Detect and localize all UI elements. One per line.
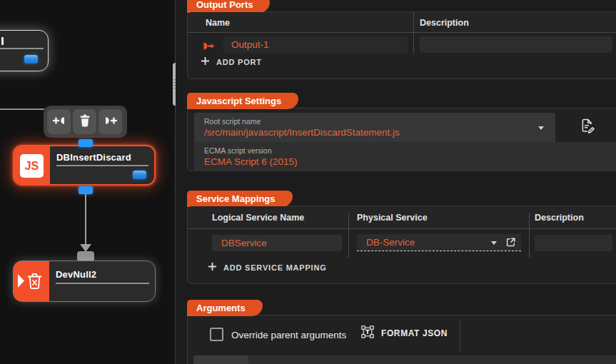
node-title: DevNull2 xyxy=(56,269,96,280)
output-ports-badge: Output Ports xyxy=(187,0,270,13)
override-arguments-label: Override parent arguments xyxy=(231,330,346,340)
connection-edge-vertical xyxy=(85,194,86,246)
node-dbinsertdiscard[interactable]: JS DBInsertDiscard xyxy=(13,145,156,186)
toolbar-divider xyxy=(460,321,460,351)
add-input-port-button[interactable] xyxy=(47,109,71,134)
override-arguments-checkbox[interactable] xyxy=(210,328,223,341)
partial-node[interactable] xyxy=(0,30,49,71)
arguments-editor[interactable] xyxy=(248,355,616,364)
external-link-icon xyxy=(505,239,516,250)
plus-icon xyxy=(208,262,217,273)
column-header-description: Description xyxy=(420,18,469,28)
add-service-mapping-button[interactable]: ADD SERVICE MAPPING xyxy=(208,262,327,273)
delete-node-button[interactable] xyxy=(73,109,96,134)
add-output-port-icon xyxy=(103,115,118,128)
properties-panel: Output Ports Name Description Output-1 xyxy=(176,0,616,364)
node-divider xyxy=(0,48,44,49)
table-header-row: Name Description xyxy=(188,12,616,33)
output-port-connector[interactable] xyxy=(79,186,93,194)
service-mappings-section: Service Mappings Logical Service Name Ph… xyxy=(187,206,616,284)
javascript-settings-badge: Javascript Settings xyxy=(187,93,298,109)
edit-script-icon xyxy=(580,125,595,136)
partial-node-title-fragment xyxy=(1,37,4,45)
node-divider xyxy=(56,283,149,284)
node-status-pill xyxy=(24,55,38,64)
column-divider xyxy=(348,213,349,258)
service-mappings-badge: Service Mappings xyxy=(187,191,293,207)
open-service-link-button[interactable] xyxy=(505,237,516,248)
node-toolbar xyxy=(44,106,127,138)
arguments-editor-gutter xyxy=(193,355,248,364)
format-json-button[interactable]: FORMAT JSON xyxy=(361,325,448,340)
javascript-settings-section: Javascript Settings Root script name /sr… xyxy=(187,108,616,171)
port-name-input[interactable]: Output-1 xyxy=(223,36,408,54)
output-port-icon xyxy=(202,41,216,54)
node-divider xyxy=(56,165,148,166)
input-port-connector[interactable] xyxy=(79,139,93,147)
table-header-row: Logical Service Name Physical Service De… xyxy=(188,206,616,229)
logical-service-input[interactable]: DBService xyxy=(212,235,342,251)
physical-service-select[interactable]: DB-Service xyxy=(357,234,521,251)
ecma-version-select[interactable]: ECMA script version ECMA Script 6 (2015) xyxy=(194,142,616,171)
node-devnull2[interactable]: DevNull2 xyxy=(13,261,156,302)
port-description-input[interactable] xyxy=(420,36,612,53)
discard-trash-x-icon xyxy=(26,272,44,294)
column-header-physical: Physical Service xyxy=(357,213,428,223)
connection-edge-horizontal xyxy=(0,108,44,110)
arguments-badge: Arguments xyxy=(187,300,263,316)
javascript-node-icon: JS xyxy=(20,154,44,178)
caret-down-icon xyxy=(538,126,544,130)
column-header-description: Description xyxy=(535,213,584,223)
node-type-strip xyxy=(14,261,49,301)
flow-canvas[interactable]: JS DBInsertDiscard xyxy=(0,0,176,364)
output-ports-section: Output Ports Name Description Output-1 xyxy=(187,11,616,79)
plus-icon xyxy=(201,56,210,68)
add-port-button[interactable]: ADD PORT xyxy=(201,56,262,68)
edit-script-button[interactable] xyxy=(577,116,597,136)
trash-icon xyxy=(79,114,91,129)
add-input-port-icon xyxy=(52,115,66,128)
column-header-name: Name xyxy=(206,18,230,28)
node-type-strip: JS xyxy=(14,146,50,184)
connection-stub xyxy=(77,251,94,261)
column-header-logical: Logical Service Name xyxy=(212,213,304,223)
root-script-select[interactable]: Root script name /src/main/javascript/In… xyxy=(194,113,555,142)
app-window: JS DBInsertDiscard xyxy=(0,0,616,364)
node-status-pill xyxy=(133,171,146,179)
mapping-description-input[interactable] xyxy=(535,235,612,251)
node-title: DBInsertDiscard xyxy=(56,152,131,163)
column-divider xyxy=(529,213,530,258)
add-output-port-button[interactable] xyxy=(99,109,122,134)
column-divider xyxy=(413,12,414,54)
caret-down-icon xyxy=(491,241,497,245)
format-text-icon xyxy=(361,325,374,340)
arguments-section: Arguments Override parent arguments FORM… xyxy=(187,315,616,364)
input-marker-icon xyxy=(18,274,24,290)
